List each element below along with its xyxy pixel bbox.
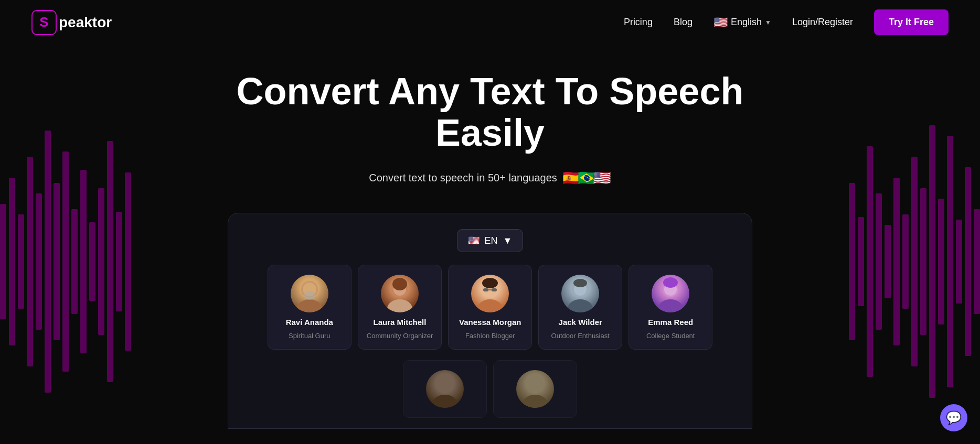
dropdown-lang-label: EN <box>485 235 498 246</box>
svg-point-14 <box>482 278 498 288</box>
chat-bubble-button[interactable]: 💬 <box>940 404 967 431</box>
hero-subtitle: Convert text to speech in 50+ languages … <box>10 169 970 187</box>
navigation: S peaktor Pricing Blog 🇺🇸 English ▼ Logi… <box>0 0 980 45</box>
language-selector[interactable]: 🇺🇸 English ▼ <box>713 16 771 29</box>
voice-role-jack: Outdoor Enthusiast <box>551 332 610 340</box>
avatar-bottom1 <box>426 370 464 408</box>
dropdown-chevron-icon: ▼ <box>503 235 513 246</box>
dropdown-flag-icon: 🇺🇸 <box>468 235 480 246</box>
avatar-laura <box>381 275 419 312</box>
voice-role-vanessa: Fashion Blogger <box>465 332 515 340</box>
us-flag-icon-2: 🇺🇸 <box>593 169 611 187</box>
svg-point-20 <box>658 299 683 312</box>
avatar-vanessa <box>471 275 509 312</box>
voice-card-emma[interactable]: Emma Reed College Student <box>629 265 712 350</box>
svg-point-26 <box>523 395 548 408</box>
try-it-free-button[interactable]: Try It Free <box>874 9 949 35</box>
avatar-ravi <box>291 275 328 312</box>
avatar-jack <box>561 275 599 312</box>
pricing-link[interactable]: Pricing <box>624 17 653 28</box>
voices-grid-row2 <box>244 360 736 428</box>
subtitle-text: Convert text to speech in 50+ languages <box>369 172 557 184</box>
language-flags: 🇪🇸 🇧🇷 🇺🇸 <box>566 169 611 187</box>
svg-point-9 <box>477 299 503 312</box>
svg-point-3 <box>304 291 315 300</box>
avatar-bottom2 <box>516 370 554 408</box>
blog-link[interactable]: Blog <box>674 17 693 28</box>
voice-name-emma: Emma Reed <box>648 318 693 327</box>
us-flag-icon: 🇺🇸 <box>713 16 728 29</box>
svg-point-1 <box>297 299 322 312</box>
svg-point-22 <box>663 277 678 288</box>
voice-card-bottom-1[interactable] <box>403 360 487 418</box>
svg-point-16 <box>568 299 593 312</box>
voice-role-laura: Community Organizer <box>367 332 433 340</box>
lang-dropdown[interactable]: 🇺🇸 EN ▼ <box>457 229 524 252</box>
nav-links: Pricing Blog 🇺🇸 English ▼ Login/Register… <box>624 9 949 35</box>
voice-role-emma: College Student <box>646 332 695 340</box>
chat-icon: 💬 <box>946 410 962 425</box>
voice-card-vanessa[interactable]: Vanessa Morgan Fashion Blogger <box>448 265 532 350</box>
language-label: English <box>731 17 762 28</box>
svg-point-18 <box>573 279 587 287</box>
voice-card-laura[interactable]: Laura Mitchell Community Organizer <box>358 265 442 350</box>
logo-icon: S <box>31 10 57 35</box>
chevron-down-icon: ▼ <box>765 19 771 26</box>
voices-grid: Ravi Ananda Spiritual Guru Laura Mitchel… <box>244 265 736 360</box>
voice-card-ravi[interactable]: Ravi Ananda Spiritual Guru <box>268 265 351 350</box>
svg-point-25 <box>527 377 543 393</box>
voice-role-ravi: Spiritual Guru <box>289 332 330 340</box>
svg-point-7 <box>392 278 407 290</box>
svg-rect-12 <box>492 288 497 291</box>
svg-point-24 <box>432 395 457 408</box>
avatar-emma <box>652 275 689 312</box>
svg-rect-11 <box>483 288 488 291</box>
voice-name-ravi: Ravi Ananda <box>286 318 333 327</box>
logo[interactable]: S peaktor <box>31 10 112 35</box>
voice-name-jack: Jack Wilder <box>559 318 602 327</box>
voice-name-vanessa: Vanessa Morgan <box>459 318 521 327</box>
logo-name: peaktor <box>59 14 112 31</box>
voice-card-jack[interactable]: Jack Wilder Outdoor Enthusiast <box>538 265 622 350</box>
voice-name-laura: Laura Mitchell <box>374 318 427 327</box>
svg-point-23 <box>437 377 453 393</box>
demo-card: 🇺🇸 EN ▼ Ravi Ananda Spiritual Guru <box>228 213 752 429</box>
svg-point-5 <box>387 299 412 312</box>
login-register-link[interactable]: Login/Register <box>792 17 853 28</box>
hero-title: Convert Any Text To Speech Easily <box>201 71 779 154</box>
hero-section: Convert Any Text To Speech Easily Conver… <box>0 45 980 187</box>
voice-card-bottom-2[interactable] <box>493 360 577 418</box>
